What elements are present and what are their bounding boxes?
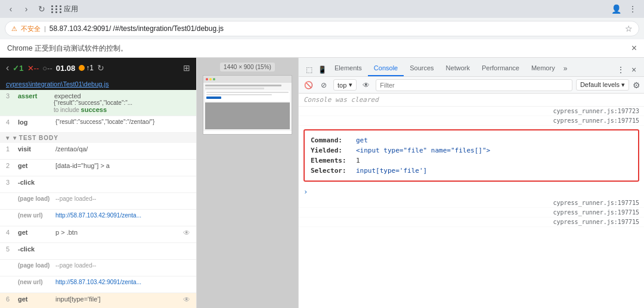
visit-value: /zentao/qa/ [55,145,88,153]
apps-area: 应用 [51,4,78,14]
cypress-pageload1-command: (page load) --page loaded-- [0,193,196,210]
console-highlight-block: Command: get Yielded: <input type="file"… [304,129,639,182]
newurl1-value: http://58.87.103.42:9091/zenta... [55,212,141,219]
devtools-tabs: ⬚ 📱 Elements Console Sources Network Per… [299,58,644,77]
banner-close-button[interactable]: × [631,43,637,54]
log-file-3[interactable]: cypress_runner.js:197715 [553,200,640,206]
cypress-get6-command: 6 get input[type='file'] 👁 [0,293,196,308]
get4-value: p > .btn [55,229,178,236]
test-body-label: ▾ TEST BODY [13,135,58,141]
preview-bar1 [205,85,281,86]
test-body-toggle: ▾ [6,135,10,141]
cypress-assert-command: 3 assert expected {"result":"success","l… [0,90,196,116]
console-clear-button[interactable]: 🚫 [302,79,314,91]
apps-grid-icon [51,5,63,13]
preview-dot-yellow [209,78,212,80]
cypress-dot [79,65,85,71]
line-num-3: 3 [6,92,13,99]
ln-2: 2 [6,162,13,169]
devtools-device-button[interactable]: 📱 [315,63,329,76]
controlled-banner: Chrome 正受到自动测试软件的控制。 × [0,39,644,58]
security-icon: ⚠ [11,25,17,33]
preview-size-label: 1440 × 900 (15%) [220,63,275,71]
tab-network[interactable]: Network [440,61,476,76]
browser-frame: ‹ › ↻ 应用 👤 ⋮ ⚠ 不安全 | 58.87.103.42:9091/ … [0,0,644,308]
menu-button[interactable]: ⋮ [626,2,639,15]
console-eye-button[interactable]: 👁 [360,79,372,91]
preview-window [203,75,292,135]
devtools-toolbar: 🚫 ⊘ top ▾ 👁 Default levels ▾ ⚙ [299,77,644,94]
forward-button[interactable]: › [20,3,32,15]
get4-label: get [18,229,51,236]
tab-sources[interactable]: Sources [404,61,439,76]
newurl1-label: (new url) [18,212,51,219]
cypress-num: ↑1 [86,64,94,72]
assert-value: {"result":"success","locate":"... [18,99,190,106]
log-file-4[interactable]: cypress_runner.js:197715 [553,209,640,216]
bookmark-icon[interactable]: ☆ [625,24,633,33]
cypress-panel: ‹ ✓1 ✕-- ○-- 01.08 ↑1 ↻ ⊞ cypress\integr… [0,58,197,308]
assert-extra: to include success [18,106,190,113]
cypress-reload-button[interactable]: ↻ [97,63,104,73]
eye-icon-4[interactable]: 👁 [183,229,190,237]
cypress-pageload2-command: (page load) --page loaded-- [0,260,196,276]
console-context-select[interactable]: top ▾ [333,79,357,91]
console-filter-button[interactable]: ⊘ [318,79,330,91]
preview-line1 [206,92,289,93]
log-file-2[interactable]: cypress_runner.js:197715 [553,117,640,124]
cypress-pending-count: ○-- [42,64,52,73]
tab-elements[interactable]: Elements [329,61,368,76]
assert-label: assert [18,92,51,99]
line-num-4: 4 [6,119,13,126]
yielded-key: Yielded: [311,147,352,154]
eye-icon-6[interactable]: 👁 [183,295,190,304]
separator: | [44,25,46,32]
tab-performance[interactable]: Performance [476,61,525,76]
console-filter-input[interactable] [376,79,572,91]
console-log-row-1: cypress_runner.js:197723 [299,107,644,116]
pageload2-label: (page load) [18,262,51,269]
security-label: 不安全 [21,24,41,33]
apps-label: 应用 [64,4,78,14]
cypress-timer: 01.08 [56,64,76,73]
ln-5: 5 [6,245,13,253]
back-button[interactable]: ‹ [5,3,17,15]
devtools-panel: ⬚ 📱 Elements Console Sources Network Per… [298,58,644,308]
devtools-close-button[interactable]: × [627,63,640,76]
ln-3: 3 [6,179,13,186]
devtools-inspect-button[interactable]: ⬚ [302,63,315,76]
tab-console[interactable]: Console [368,61,404,76]
cypress-log-command: 4 log {"result":"success","locate":"/zen… [0,116,196,133]
console-selector-row: Selector: input[type='file'] [311,166,632,176]
cypress-back-button[interactable]: ‹ [6,63,9,73]
console-levels-select[interactable]: Default levels ▾ [576,79,629,91]
preview-btn [206,97,221,99]
cypress-newurl1-command: (new url) http://58.87.103.42:9091/zenta… [0,210,196,226]
command-value: get [356,136,368,144]
console-expand-chevron[interactable]: › [299,185,644,198]
cypress-filepath[interactable]: cypress\integration\Test01\debug.js [0,78,196,90]
cypress-get2-command: 2 get [data-id="hug"] > a [0,160,196,176]
console-settings-button[interactable]: ⚙ [633,80,640,90]
console-log-row-3: cypress_runner.js:197715 [299,198,644,208]
get2-label: get [18,162,51,169]
get2-value: [data-id="hug"] > a [55,162,110,169]
account-button[interactable]: 👤 [609,2,623,15]
title-bar: ‹ › ↻ 应用 👤 ⋮ [0,0,644,18]
selector-key: Selector: [311,167,352,175]
test-body-section[interactable]: ▾ ▾ TEST BODY [0,133,196,143]
devtools-menu-button[interactable]: ⋮ [614,63,627,76]
refresh-button[interactable]: ↻ [36,3,48,15]
preview-dot-green [213,78,215,80]
devtools-more-tabs[interactable]: » [561,61,570,76]
selector-value: input[type='file'] [356,167,427,175]
controlled-text: Chrome 正受到自动测试软件的控制。 [7,43,128,54]
tab-memory[interactable]: Memory [525,61,561,76]
log-file-1[interactable]: cypress_runner.js:197723 [553,108,640,114]
omnibox[interactable]: ⚠ 不安全 | 58.87.103.42:9091/ /#/tests/inte… [5,21,639,36]
log-file-5[interactable]: cypress_runner.js:197715 [553,219,640,225]
cypress-viewport-button[interactable]: ⊞ [183,63,190,73]
get6-label: get [18,295,51,303]
cypress-click3-command: 3 -click [0,176,196,193]
visit-label: visit [18,145,51,153]
